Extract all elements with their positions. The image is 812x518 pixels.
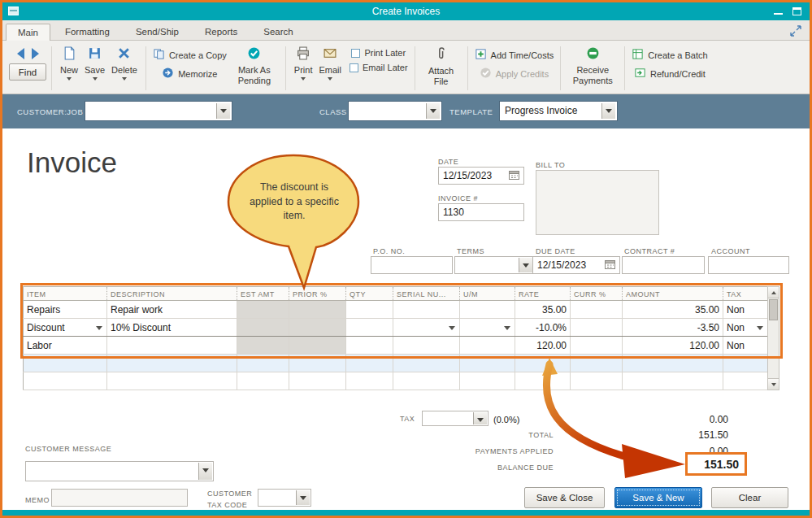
save-close-button[interactable]: Save & Close: [524, 487, 605, 508]
cell-curr-pct[interactable]: [571, 319, 623, 337]
cell-description[interactable]: [107, 355, 237, 372]
print-later-checkbox[interactable]: [351, 49, 360, 58]
cell-um[interactable]: [460, 319, 515, 337]
cell-description[interactable]: [107, 372, 237, 390]
account-field[interactable]: [708, 256, 789, 274]
dropdown-arrow-icon[interactable]: [757, 326, 763, 333]
cell-serial[interactable]: [393, 372, 460, 390]
chevron-down-icon[interactable]: [519, 258, 532, 272]
due-date-field[interactable]: 12/15/2023: [532, 256, 620, 274]
delete-button[interactable]: Delete: [108, 46, 141, 84]
chevron-down-icon[interactable]: [426, 103, 440, 119]
print-button[interactable]: Print: [291, 46, 316, 84]
cell-qty[interactable]: [346, 337, 393, 355]
chevron-down-icon[interactable]: [601, 103, 615, 119]
cell-tax[interactable]: [723, 355, 768, 372]
cell-tax[interactable]: [723, 372, 768, 390]
cell-amount[interactable]: 35.00: [623, 301, 723, 319]
cell-um[interactable]: [460, 372, 515, 390]
scroll-down-icon[interactable]: [768, 378, 779, 390]
back-icon[interactable]: [17, 48, 24, 59]
cell-tax[interactable]: Non: [723, 301, 768, 319]
collapse-ribbon-icon[interactable]: [790, 25, 801, 37]
dropdown-arrow-icon[interactable]: [96, 326, 102, 333]
create-a-copy-button[interactable]: Create a Copy: [151, 46, 228, 64]
cell-curr-pct[interactable]: [571, 355, 623, 372]
cell-rate[interactable]: 120.00: [515, 337, 571, 355]
cell-um[interactable]: [460, 337, 515, 355]
cell-qty[interactable]: [346, 301, 393, 319]
cell-item[interactable]: Discount: [24, 319, 107, 337]
cell-qty[interactable]: [346, 372, 393, 390]
cell-serial[interactable]: [393, 355, 460, 372]
create-a-batch-button[interactable]: Create a Batch: [630, 46, 709, 64]
cell-serial[interactable]: [393, 337, 460, 355]
memo-field[interactable]: [51, 489, 188, 507]
cell-curr-pct[interactable]: [571, 372, 623, 390]
cell-description[interactable]: Repair work: [107, 301, 237, 319]
cell-tax[interactable]: Non: [723, 337, 768, 355]
clear-button[interactable]: Clear: [711, 487, 788, 508]
cell-item[interactable]: Repairs: [24, 301, 107, 319]
table-scrollbar[interactable]: [767, 286, 779, 390]
mark-as-pending-button[interactable]: Mark As Pending: [228, 46, 280, 86]
save-new-button[interactable]: Save & New: [614, 487, 702, 508]
calendar-icon[interactable]: [605, 259, 615, 272]
cell-serial[interactable]: [393, 319, 460, 337]
cell-item[interactable]: [24, 372, 107, 390]
cell-description[interactable]: 10% Discount: [107, 319, 237, 337]
cell-rate[interactable]: 35.00: [515, 301, 571, 319]
customer-message-select[interactable]: [25, 461, 214, 481]
template-select[interactable]: Progress Invoice: [500, 102, 617, 120]
chevron-down-icon[interactable]: [296, 490, 310, 505]
calendar-icon[interactable]: [509, 170, 519, 182]
invoice-number-field[interactable]: 1130: [438, 203, 524, 221]
date-field[interactable]: 12/15/2023: [438, 167, 524, 185]
contract-field[interactable]: [622, 256, 705, 274]
customer-tax-code-select[interactable]: [258, 489, 311, 507]
email-button[interactable]: Email: [315, 46, 345, 84]
attach-file-button[interactable]: Attach File: [420, 46, 462, 87]
cell-amount[interactable]: 120.00: [623, 337, 723, 355]
cell-qty[interactable]: [346, 319, 393, 337]
save-button[interactable]: Save: [81, 46, 108, 84]
email-later-checkbox-row[interactable]: Email Later: [348, 60, 410, 75]
cell-rate[interactable]: [515, 372, 571, 390]
terms-select[interactable]: [454, 256, 534, 274]
scroll-up-icon[interactable]: [768, 287, 779, 298]
memorize-button[interactable]: Memorize: [160, 64, 219, 83]
tab-reports[interactable]: Reports: [193, 24, 249, 41]
cell-curr-pct[interactable]: [571, 337, 623, 355]
minimize-icon[interactable]: [774, 13, 783, 15]
chevron-down-icon[interactable]: [473, 412, 487, 424]
refund-credit-button[interactable]: Refund/Credit: [632, 64, 707, 83]
cell-amount[interactable]: [623, 355, 723, 372]
cell-qty[interactable]: [346, 355, 393, 372]
cell-rate[interactable]: [515, 355, 571, 372]
dropdown-arrow-icon[interactable]: [504, 326, 510, 333]
tab-formatting[interactable]: Formatting: [54, 24, 121, 41]
find-button[interactable]: Find: [9, 63, 46, 81]
cell-amount[interactable]: -3.50: [623, 319, 723, 337]
cell-rate[interactable]: -10.0%: [515, 319, 571, 337]
cell-um[interactable]: [460, 301, 515, 319]
customer-job-select[interactable]: [85, 102, 232, 120]
cell-item[interactable]: Labor: [24, 337, 107, 355]
tax-select[interactable]: [422, 411, 489, 426]
tab-send-ship[interactable]: Send/Ship: [124, 24, 190, 41]
chevron-down-icon[interactable]: [216, 103, 230, 119]
add-time-costs-button[interactable]: Add Time/Costs: [473, 46, 556, 64]
window-menu-icon[interactable]: [8, 7, 19, 15]
cell-item[interactable]: [24, 355, 107, 372]
cell-description[interactable]: [107, 337, 237, 355]
bill-to-box[interactable]: [536, 170, 659, 235]
maximize-icon[interactable]: [792, 7, 801, 15]
class-select[interactable]: [349, 102, 441, 120]
dropdown-arrow-icon[interactable]: [449, 326, 455, 333]
po-field[interactable]: [371, 256, 453, 274]
scrollbar-thumb[interactable]: [769, 299, 778, 320]
cell-um[interactable]: [460, 355, 515, 372]
cell-serial[interactable]: [393, 301, 460, 319]
cell-amount[interactable]: [623, 372, 723, 390]
email-later-checkbox[interactable]: [350, 63, 358, 72]
